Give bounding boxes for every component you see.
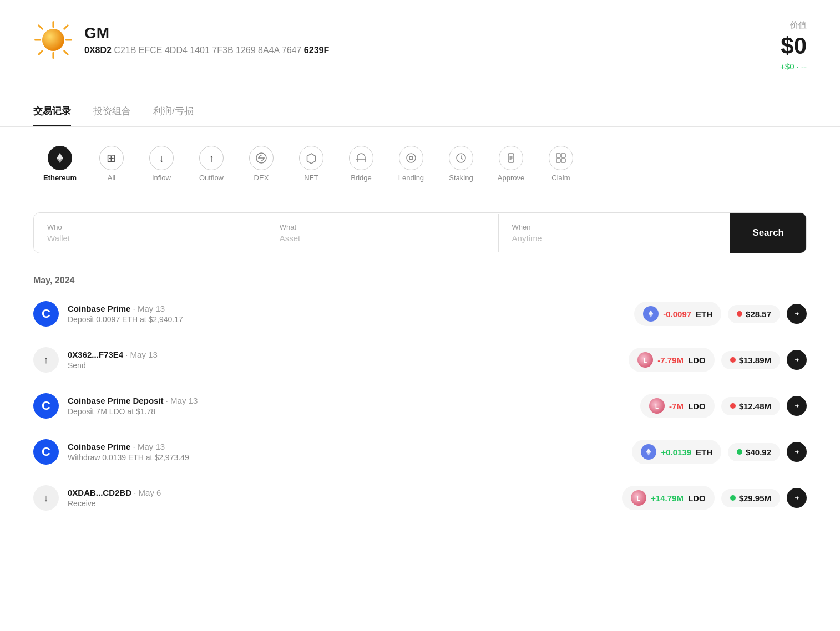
header: GM 0X8D2 C21B EFCE 4DD4 1401 7F3B 1269 8…	[0, 0, 840, 88]
cat-outflow[interactable]: ↑ Outflow	[186, 140, 236, 187]
cat-inflow-label: Inflow	[152, 174, 171, 182]
tab-portfolio[interactable]: 投资组合	[93, 105, 131, 126]
usd-amount: $13.89M	[739, 355, 771, 365]
tx-info: Coinbase Prime · May 13 Withdraw 0.0139 …	[68, 442, 189, 462]
tx-left: C Coinbase Prime · May 13 Withdraw 0.013…	[33, 439, 189, 465]
tx-link-button[interactable]	[787, 350, 807, 370]
staking-icon	[449, 146, 473, 170]
amount-unit: LDO	[688, 401, 706, 411]
tx-desc: Receive	[68, 499, 161, 508]
usd-amount: $28.57	[746, 309, 771, 319]
cat-staking[interactable]: Staking	[436, 140, 486, 187]
svg-point-15	[409, 156, 413, 160]
claim-icon	[549, 146, 573, 170]
table-row: C Coinbase Prime Deposit · May 13 Deposi…	[33, 383, 807, 429]
tx-link-button[interactable]	[787, 488, 807, 508]
tx-right: L -7.79M LDO $13.89M	[629, 348, 807, 372]
amount-unit: LDO	[688, 355, 706, 365]
lending-icon	[399, 146, 423, 170]
page-container: GM 0X8D2 C21B EFCE 4DD4 1401 7F3B 1269 8…	[0, 0, 840, 631]
filter-what[interactable]: What Asset	[266, 214, 499, 252]
tx-name: 0XDAB...CD2BD · May 6	[68, 488, 161, 497]
approve-icon	[499, 146, 523, 170]
tx-name: Coinbase Prime Deposit · May 13	[68, 396, 198, 405]
tx-link-button[interactable]	[787, 442, 807, 462]
tx-link-button[interactable]	[787, 304, 807, 324]
tx-link-button[interactable]	[787, 396, 807, 416]
ldo-icon: L	[637, 352, 653, 368]
cat-inflow[interactable]: ↓ Inflow	[136, 140, 186, 187]
eth-icon	[643, 306, 659, 322]
amount-badge: L -7.79M LDO	[629, 348, 714, 372]
header-left: GM 0X8D2 C21B EFCE 4DD4 1401 7F3B 1269 8…	[33, 20, 329, 60]
tab-pnl[interactable]: 利润/亏损	[153, 105, 194, 126]
nft-icon	[299, 146, 323, 170]
amount-badge: +0.0139 ETH	[632, 440, 721, 464]
svg-line-5	[39, 26, 42, 29]
cat-approve[interactable]: Approve	[486, 140, 536, 187]
status-dot	[737, 449, 742, 455]
usd-badge: $12.48M	[721, 397, 780, 415]
tx-left: C Coinbase Prime Deposit · May 13 Deposi…	[33, 393, 198, 419]
cat-all[interactable]: ⊞ All	[87, 140, 136, 187]
transaction-list: C Coinbase Prime · May 13 Deposit 0.0097…	[0, 291, 840, 521]
cat-staking-label: Staking	[449, 174, 473, 182]
search-button[interactable]: Search	[730, 213, 806, 253]
table-row: C Coinbase Prime · May 13 Deposit 0.0097…	[33, 291, 807, 337]
cat-bridge-label: Bridge	[351, 174, 372, 182]
tx-info: Coinbase Prime · May 13 Deposit 0.0097 E…	[68, 304, 183, 324]
svg-line-6	[64, 51, 68, 54]
avatar: C	[33, 301, 59, 327]
table-row: ↓ 0XDAB...CD2BD · May 6 Receive L +14.79…	[33, 475, 807, 521]
svg-text:L: L	[655, 404, 659, 410]
tab-bar: 交易记录 投资组合 利润/亏损	[0, 105, 840, 127]
ethereum-icon	[48, 146, 72, 170]
svg-rect-19	[561, 154, 565, 157]
tx-date: · May 13	[133, 304, 165, 313]
tx-date: · May 13	[166, 396, 198, 405]
address-middle: C21B EFCE 4DD4 1401 7F3B 1269 8A4A 7647	[114, 45, 303, 55]
eth-icon	[641, 444, 656, 460]
filter-when[interactable]: When Anytime	[499, 214, 731, 252]
tx-desc: Deposit 7M LDO at $1.78	[68, 407, 198, 416]
tab-transactions[interactable]: 交易记录	[33, 105, 71, 126]
svg-line-7	[64, 26, 68, 29]
logo-sun	[33, 20, 73, 60]
tx-left: ↓ 0XDAB...CD2BD · May 6 Receive	[33, 485, 161, 511]
tx-date: · May 13	[133, 442, 165, 451]
value-change: +$0 · --	[780, 62, 807, 71]
cat-ethereum[interactable]: Ethereum	[33, 140, 87, 187]
status-dot	[730, 357, 736, 363]
tx-right: L -7M LDO $12.48M	[640, 394, 807, 418]
filter-when-value: Anytime	[512, 233, 717, 243]
table-row: ↑ 0X362...F73E4 · May 13 Send L -7.79M L…	[33, 337, 807, 383]
cat-dex[interactable]: DEX	[236, 140, 286, 187]
amount-value: +14.79M	[651, 493, 684, 503]
cat-nft[interactable]: NFT	[286, 140, 336, 187]
usd-badge: $28.57	[728, 305, 780, 323]
outflow-icon: ↑	[199, 146, 224, 170]
tx-info: 0X362...F73E4 · May 13 Send	[68, 350, 158, 370]
cat-bridge[interactable]: Bridge	[336, 140, 386, 187]
cat-lending[interactable]: Lending	[386, 140, 436, 187]
cat-dex-label: DEX	[254, 174, 269, 182]
avatar: C	[33, 393, 59, 419]
wallet-address: 0X8D2 C21B EFCE 4DD4 1401 7F3B 1269 8A4A…	[84, 45, 329, 55]
amount-value: -7M	[669, 401, 684, 411]
cat-approve-label: Approve	[498, 174, 524, 182]
avatar: ↓	[33, 485, 59, 511]
tx-right: -0.0097 ETH $28.57	[634, 302, 807, 326]
svg-point-14	[407, 154, 416, 162]
cat-lending-label: Lending	[398, 174, 424, 182]
tx-right: +0.0139 ETH $40.92	[632, 440, 807, 464]
amount-value: +0.0139	[661, 447, 691, 457]
filter-who[interactable]: Who Wallet	[34, 214, 266, 252]
svg-line-8	[39, 51, 42, 54]
header-right: 价值 $0 +$0 · --	[780, 20, 807, 71]
filter-who-value: Wallet	[47, 233, 252, 243]
cat-claim[interactable]: Claim	[536, 140, 586, 187]
dex-icon	[249, 146, 274, 170]
cat-nft-label: NFT	[304, 174, 318, 182]
filter-row: Who Wallet What Asset When Anytime Searc…	[33, 212, 807, 253]
cat-outflow-label: Outflow	[199, 174, 224, 182]
